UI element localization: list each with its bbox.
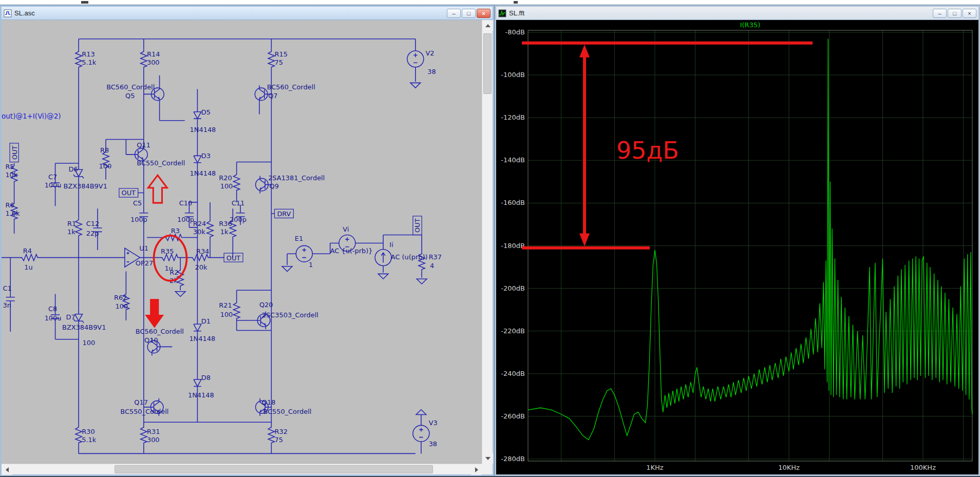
component-label: 75 [274, 59, 282, 66]
y-axis-tick-label: -100dB [501, 71, 525, 79]
component-label: 300 [147, 59, 160, 66]
component-label: E1 [295, 235, 303, 242]
red-arrowhead-up [579, 45, 590, 58]
horizontal-scroll-thumb[interactable] [115, 465, 433, 473]
component-label: D1 [201, 317, 211, 325]
net-label: OUT [413, 216, 422, 235]
net-labels-layer: OUTOUTDRVOUTOUT [10, 143, 422, 262]
component-label: 100 [99, 162, 111, 170]
resistor-symbol [268, 425, 274, 445]
schematic-canvas[interactable]: OUTOUTDRVOUTOUT R135.1kR14300R1575V238BC… [2, 20, 482, 464]
component-label: AC (u(prb)) [391, 253, 428, 261]
net-label: OUT [10, 143, 18, 162]
component-label: 38 [429, 440, 437, 448]
component-label: BC560_Cordell [267, 83, 315, 91]
component-label: BC560_Cordell [136, 328, 184, 335]
component-label: R37 [429, 253, 442, 261]
resistor-symbol [160, 254, 180, 260]
close-button[interactable]: × [477, 9, 491, 18]
component-label: 1 [309, 261, 313, 269]
component-label: 100u [45, 314, 62, 322]
component-label: C12 [86, 220, 99, 227]
component-label: 5.1k [82, 59, 97, 66]
component-label: D6 [68, 165, 78, 173]
horizontal-scrollbar[interactable] [2, 464, 482, 474]
pnp-transistor-symbol [256, 176, 270, 194]
resistor-symbol [190, 254, 210, 260]
resistor-symbol [76, 217, 82, 237]
red-arrowhead-down [579, 234, 590, 246]
vertical-scroll-thumb[interactable] [483, 33, 492, 94]
fft-titlebar[interactable]: SL.fft – □ × [496, 7, 978, 20]
ground-symbol [282, 266, 292, 272]
component-label: C5 [133, 199, 142, 207]
component-label: R31 [147, 428, 160, 436]
component-label: Q20 [259, 301, 273, 309]
component-label: R8 [100, 146, 109, 154]
component-label: 100p [177, 216, 194, 223]
minimize-button[interactable]: – [447, 9, 461, 18]
svg-text:OUT: OUT [122, 189, 136, 197]
component-label: 1.6k [5, 209, 20, 217]
desktop-artifact [81, 1, 88, 4]
component-label: 1k [220, 228, 229, 236]
ground-symbol [410, 83, 421, 88]
vertical-scrollbar[interactable] [482, 20, 493, 464]
component-label: Q9 [270, 182, 279, 190]
component-label: R21 [219, 302, 232, 310]
x-axis-tick-label: 100KHz [910, 464, 936, 471]
component-label: 2SC3503_Cordell [262, 311, 318, 319]
plot-grid-layer [528, 30, 972, 461]
component-label: Q11 [137, 141, 150, 149]
schematic-client: OUTOUTDRVOUTOUT R135.1kR14300R1575V238BC… [2, 20, 493, 474]
scroll-up-button[interactable] [482, 20, 493, 31]
y-axis-tick-label: -80dB [505, 28, 525, 36]
voltage-source-symbol [413, 425, 429, 442]
waveform-file-icon [498, 9, 506, 17]
component-label: C7 [48, 173, 57, 181]
component-label: BC550_Cordell [137, 159, 185, 167]
component-label: V3 [429, 419, 438, 427]
component-label: 2SA1381_Cordell [268, 174, 325, 182]
red-up-arrow [148, 175, 167, 203]
component-label: R35 [161, 247, 174, 255]
component-label: R2 [169, 269, 178, 276]
ground-symbol [417, 279, 427, 284]
window-title: SL.fft [509, 9, 933, 17]
fft-window: SL.fft – □ × -80dB-100dB-120dB-140dB-160… [495, 5, 980, 476]
close-button[interactable]: × [963, 9, 976, 18]
scrollbar-corner [482, 464, 493, 474]
scroll-down-button[interactable] [482, 453, 493, 464]
fft-plot-canvas[interactable]: -80dB-100dB-120dB-140dB-160dB-180dB-200d… [496, 20, 978, 474]
red-measurement-layer: 95дБ [522, 43, 813, 248]
y-axis-tick-label: -220dB [501, 327, 525, 335]
y-axis-tick-label: -120dB [501, 113, 525, 121]
resistor-symbol [207, 219, 213, 239]
component-label: BC560_Cordell [106, 83, 155, 91]
net-label: OUT [119, 188, 138, 197]
y-axis-tick-label: -260dB [501, 412, 525, 420]
maximize-button[interactable]: □ [462, 9, 476, 18]
scroll-left-button[interactable] [2, 464, 12, 475]
resistor-symbol [141, 49, 147, 69]
y-axis-tick-label: -240dB [501, 370, 525, 377]
component-label: 300 [147, 436, 160, 444]
component-label: R62 [114, 294, 127, 301]
component-label: C10 [179, 199, 192, 207]
y-axis-tick-label: -140dB [501, 156, 525, 164]
annotation-text: 95дБ [616, 137, 679, 164]
scroll-up-icon [485, 24, 491, 27]
desktop-artifact [514, 1, 518, 4]
voltage-source-symbol [407, 51, 424, 67]
component-label: Q7 [268, 92, 277, 100]
minimize-button[interactable]: – [933, 9, 947, 18]
component-label: R34 [196, 247, 209, 255]
component-label: Ii [389, 241, 393, 249]
maximize-button[interactable]: □ [948, 9, 962, 18]
diode-symbol [194, 149, 201, 169]
scroll-right-button[interactable] [471, 464, 482, 475]
component-label: 38 [427, 68, 436, 75]
component-label: R5 [5, 163, 14, 170]
component-labels-layer: R135.1kR14300R1575V238BC560_CordellQ5BC5… [2, 49, 442, 448]
schematic-titlebar[interactable]: SL.asc – □ × [2, 7, 493, 20]
